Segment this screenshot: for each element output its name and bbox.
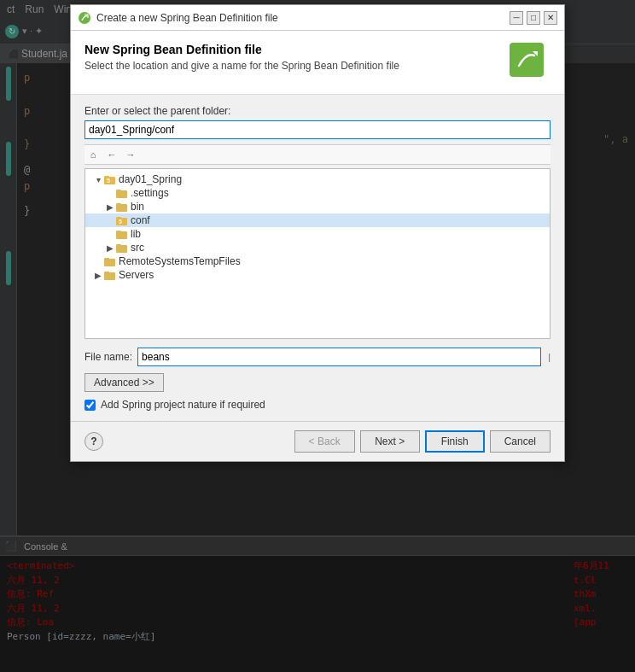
folder-icon-remotesystems: [104, 256, 116, 266]
folder-icon-lib: [116, 229, 128, 239]
dialog-footer: ? < Back Next > Finish Cancel: [71, 421, 564, 461]
advanced-btn-container: Advanced >>: [84, 366, 551, 392]
filename-input[interactable]: [137, 348, 541, 366]
tree-back-button[interactable]: ←: [103, 147, 120, 162]
spring-logo-svg: [514, 47, 539, 73]
dialog-body: Enter or select the parent folder: ⌂ ← →…: [71, 95, 564, 421]
dialog-header-icon: [510, 43, 551, 84]
dialog-header: New Spring Bean Definition file Select t…: [71, 31, 564, 95]
svg-rect-8: [116, 203, 121, 206]
maximize-button[interactable]: □: [527, 11, 540, 25]
tree-item-servers[interactable]: ▶ Servers: [85, 268, 550, 282]
expander-servers[interactable]: ▶: [92, 269, 104, 281]
dialog-titlebar: Create a new Spring Bean Definition file…: [71, 5, 564, 31]
svg-rect-6: [116, 190, 121, 192]
tree-toolbar: ⌂ ← →: [84, 144, 551, 165]
tree-item-settings[interactable]: .settings: [85, 186, 550, 200]
svg-point-0: [79, 12, 90, 24]
minimize-button[interactable]: ─: [510, 11, 523, 25]
advanced-button[interactable]: Advanced >>: [84, 373, 164, 392]
svg-rect-17: [104, 258, 109, 260]
checkbox-row: Add Spring project nature if required: [84, 399, 551, 411]
cursor-indicator: |: [548, 352, 551, 362]
svg-rect-15: [116, 244, 121, 247]
tree-item-bin[interactable]: ▶ bin: [85, 200, 550, 213]
expander-day01spring[interactable]: ▾: [92, 173, 104, 185]
back-button[interactable]: < Back: [294, 430, 355, 453]
dialog-header-text: New Spring Bean Definition file Select t…: [84, 43, 399, 72]
next-button[interactable]: Next >: [360, 430, 420, 453]
footer-left: ?: [84, 432, 103, 451]
tree-item-day01spring[interactable]: ▾ 5 day01_Spring: [85, 172, 550, 186]
tree-item-src[interactable]: ▶ src: [85, 241, 550, 254]
tree-item-lib[interactable]: lib: [85, 227, 550, 241]
close-button[interactable]: ✕: [544, 11, 557, 25]
svg-text:5: 5: [107, 178, 110, 184]
folder-icon-conf: 5: [116, 215, 128, 225]
tree-item-remotesystems[interactable]: RemoteSystemsTempFiles: [85, 254, 550, 268]
folder-icon-src: [116, 243, 128, 253]
folder-icon-bin: [116, 202, 128, 212]
expander-settings: [104, 187, 116, 199]
svg-text:5: 5: [119, 219, 122, 225]
svg-rect-19: [104, 272, 109, 274]
folder-icon-day01spring: 5: [104, 174, 116, 184]
dialog-overlay: Create a new Spring Bean Definition file…: [0, 0, 635, 672]
expander-lib: [104, 228, 116, 240]
finish-button[interactable]: Finish: [425, 430, 485, 453]
help-button[interactable]: ?: [84, 432, 103, 451]
tree-container: ▾ 5 day01_Spring .set: [84, 168, 551, 339]
expander-bin[interactable]: ▶: [104, 201, 116, 213]
folder-input[interactable]: [84, 120, 551, 139]
footer-right: < Back Next > Finish Cancel: [294, 430, 551, 453]
spring-icon-bg: [510, 43, 544, 77]
dialog: Create a new Spring Bean Definition file…: [70, 4, 565, 462]
titlebar-controls: ─ □ ✕: [510, 11, 557, 25]
spring-nature-checkbox[interactable]: [84, 400, 96, 411]
filename-row: File name: |: [84, 348, 551, 366]
folder-icon-settings: [116, 188, 128, 198]
expander-src[interactable]: ▶: [104, 242, 116, 254]
tree-item-conf[interactable]: 5 conf: [85, 213, 550, 227]
folder-icon-servers: [104, 270, 116, 280]
spring-title-icon: [78, 11, 91, 25]
tree-forward-button[interactable]: →: [122, 147, 139, 162]
tree-home-button[interactable]: ⌂: [84, 147, 102, 162]
svg-rect-13: [116, 231, 121, 233]
cancel-button[interactable]: Cancel: [490, 430, 551, 453]
expander-remotesystems: [92, 255, 104, 267]
titlebar-left: Create a new Spring Bean Definition file: [78, 11, 278, 25]
expander-conf: [104, 214, 116, 226]
